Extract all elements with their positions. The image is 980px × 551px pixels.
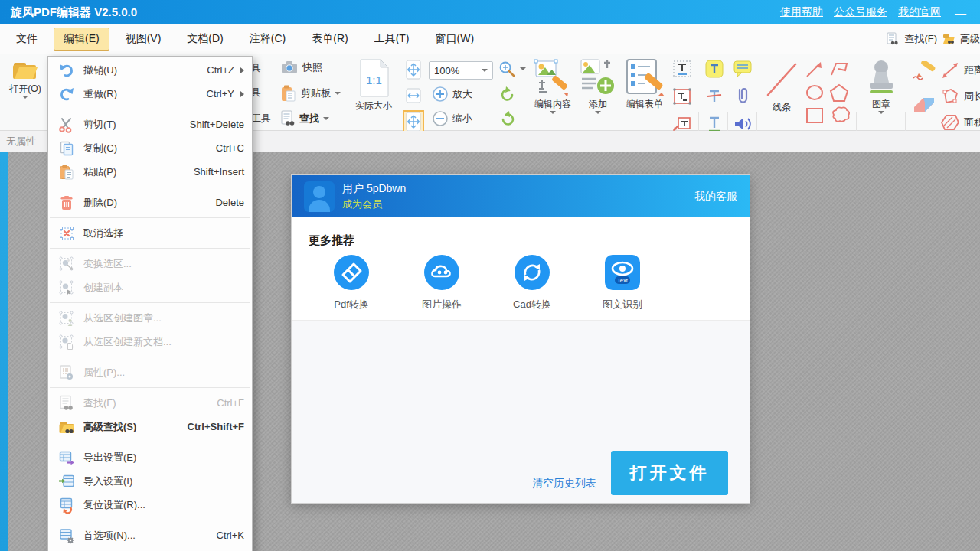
menubar-advanced-find-label[interactable]: 高级 — [960, 32, 980, 46]
fit-width-button[interactable] — [404, 87, 423, 107]
area-icon — [940, 113, 960, 132]
rectangle-tool-button[interactable] — [804, 106, 827, 127]
image-ops-icon — [424, 255, 459, 290]
menu-item-redo[interactable]: 重做(R) Ctrl+Y — [48, 82, 252, 106]
plus-circle-icon — [432, 86, 449, 103]
official-site-link[interactable]: 我的官网 — [898, 5, 941, 19]
rotate-left-button[interactable] — [499, 86, 516, 103]
menu-item-stamp-from-selection[interactable]: 从选区创建图章... — [48, 306, 252, 330]
menu-item-advanced-find[interactable]: 高级查找(S) Ctrl+Shift+F — [48, 415, 252, 439]
wechat-service-link[interactable]: 公众号服务 — [834, 5, 887, 19]
pencil-tool-button[interactable] — [911, 61, 937, 84]
text-field-tool-button[interactable] — [672, 60, 692, 81]
attachment-button[interactable] — [733, 87, 753, 109]
zoom-in-button[interactable]: 放大 — [432, 86, 472, 103]
my-service-link[interactable]: 我的客服 — [694, 190, 737, 204]
line-tool-button[interactable]: 线条 — [763, 60, 801, 114]
camera-icon — [280, 60, 299, 75]
menu-edit[interactable]: 编辑(E) — [54, 28, 109, 51]
menu-item-paste[interactable]: 粘贴(P) Shift+Insert — [48, 160, 252, 184]
zoom-combobox-caret-icon — [482, 69, 488, 72]
menu-item-transform-selection[interactable]: 变换选区... — [48, 252, 252, 276]
menu-file[interactable]: 文件 — [6, 28, 47, 51]
ellipse-tool-button[interactable] — [804, 83, 827, 104]
transform-selection-icon — [57, 256, 76, 272]
edit-form-button[interactable]: 编辑表单 — [620, 58, 669, 111]
note-comment-button[interactable] — [733, 60, 753, 81]
polyline-tool-button[interactable] — [828, 60, 851, 81]
eraser-tool-button[interactable] — [911, 95, 937, 116]
strikethrough-text-button[interactable] — [704, 87, 724, 109]
marquee-zoom-button[interactable] — [498, 60, 526, 78]
app-pdf-convert[interactable]: Pdf转换 — [315, 255, 388, 311]
app-image-ops[interactable]: 图片操作 — [405, 255, 479, 311]
svg-text:Text: Text — [617, 277, 629, 284]
highlight-text-button[interactable] — [704, 60, 724, 81]
menu-item-find[interactable]: 查找(F) Ctrl+F — [48, 391, 252, 415]
menu-item-delete[interactable]: 删除(D) Delete — [48, 191, 252, 214]
perimeter-icon — [940, 87, 960, 106]
actual-size-button[interactable]: 1:1 实际大小 — [346, 58, 401, 112]
copy-icon — [57, 140, 76, 157]
distance-tool-button[interactable]: 距离 — [940, 61, 980, 80]
menu-item-doc-from-selection[interactable]: 从选区创建新文档... — [48, 330, 252, 354]
magnifier-icon — [498, 60, 516, 78]
snapshot-button[interactable]: 快照 — [280, 60, 322, 75]
open-file-button[interactable]: 打开文件 — [611, 451, 728, 495]
menu-item-reset-settings[interactable]: 复位设置(R)... — [48, 493, 252, 517]
menu-item-cut[interactable]: 剪切(T) Shift+Delete — [48, 112, 252, 136]
become-member-link[interactable]: 成为会员 — [342, 197, 406, 211]
menu-comment[interactable]: 注释(C) — [240, 28, 296, 51]
menu-item-duplicate[interactable]: 创建副本 — [48, 276, 252, 299]
pentagon-tool-button[interactable] — [828, 83, 851, 104]
find-button[interactable]: 查找 — [280, 110, 329, 127]
text-box-tool-button[interactable] — [672, 87, 692, 109]
add-caret-icon — [595, 111, 601, 114]
area-tool-button[interactable]: 面积 — [940, 113, 980, 132]
edit-content-button[interactable]: 编辑内容 — [528, 58, 577, 114]
minimize-button[interactable]: — — [955, 6, 966, 19]
clipboard-button[interactable]: 剪贴板 — [280, 84, 341, 103]
clear-history-link[interactable]: 清空历史列表 — [532, 477, 596, 491]
cad-convert-icon — [514, 255, 550, 290]
menu-item-undo[interactable]: 撤销(U) Ctrl+Z — [48, 58, 252, 82]
user-avatar[interactable] — [304, 181, 335, 212]
rotate-right-button[interactable] — [499, 110, 516, 127]
open-dropdown-caret-icon — [22, 96, 28, 99]
edit-content-caret-icon — [550, 111, 556, 114]
duplicate-icon — [57, 279, 76, 296]
menu-form[interactable]: 表单(R) — [302, 28, 358, 51]
menu-window[interactable]: 窗口(W) — [426, 28, 485, 51]
app-cad-convert[interactable]: Cad转换 — [495, 255, 569, 311]
menu-view[interactable]: 视图(V) — [116, 28, 172, 51]
left-panel-strip[interactable] — [0, 152, 8, 551]
help-link[interactable]: 使用帮助 — [780, 5, 823, 19]
svg-text:1:1: 1:1 — [366, 73, 382, 86]
section-title: 更多推荐 — [309, 233, 354, 248]
menu-document[interactable]: 文档(D) — [177, 28, 233, 51]
stamp-icon — [864, 58, 899, 96]
open-button[interactable]: 打开(O) — [5, 58, 46, 99]
menu-item-copy[interactable]: 复制(C) Ctrl+C — [48, 136, 252, 160]
menu-item-import-settings[interactable]: 导入设置(I) — [48, 469, 252, 493]
advanced-find-folder-icon — [942, 32, 956, 46]
perimeter-tool-button[interactable]: 周长 — [940, 87, 980, 106]
menubar-find-label[interactable]: 查找(F) — [904, 32, 937, 46]
cloud-tool-button[interactable] — [828, 106, 851, 127]
arrow-tool-button[interactable] — [804, 60, 827, 81]
menu-item-properties[interactable]: 属性(P)... — [48, 360, 252, 384]
zoom-level-combobox[interactable]: 100% — [429, 61, 493, 80]
menu-item-preferences[interactable]: 首选项(N)... Ctrl+K — [48, 523, 252, 547]
edit-content-icon — [533, 58, 573, 96]
app-window: 旋风PDF编辑器 V2.5.0.0 使用帮助 公众号服务 我的官网 — 文件 编… — [0, 0, 980, 551]
menu-item-deselect[interactable]: 取消选择 — [48, 221, 252, 245]
fit-visible-button-selected[interactable] — [404, 112, 423, 132]
add-button[interactable]: 添加 — [579, 58, 617, 114]
fit-page-button[interactable] — [404, 60, 423, 83]
menu-item-export-settings[interactable]: 导出设置(E) — [48, 445, 252, 469]
distance-icon — [940, 61, 960, 80]
app-ocr[interactable]: Text 图文识别 — [586, 255, 659, 311]
menu-tools[interactable]: 工具(T) — [364, 28, 420, 51]
stamp-button[interactable]: 图章 — [861, 58, 902, 114]
zoom-out-button[interactable]: 缩小 — [432, 110, 472, 127]
